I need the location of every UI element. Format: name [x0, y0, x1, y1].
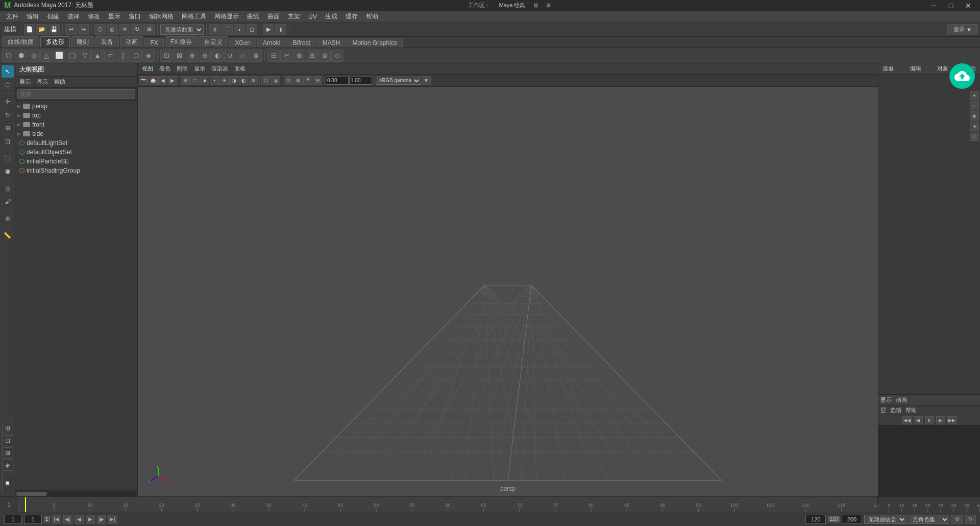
- ipr-button[interactable]: ⏸: [275, 24, 286, 35]
- bottom-ctrl-3[interactable]: ⏸: [925, 416, 934, 424]
- outliner-search-input[interactable]: [17, 89, 135, 99]
- paint-select-tool[interactable]: ⬡: [2, 79, 14, 91]
- snap-surface-button[interactable]: ◻: [246, 24, 257, 35]
- shelf-combine-button[interactable]: ⊕: [186, 50, 198, 62]
- tab-sculpt[interactable]: 雕刻: [71, 36, 94, 47]
- new-file-button[interactable]: 📄: [24, 24, 35, 35]
- bottom-ctrl-2[interactable]: ◀: [914, 416, 923, 424]
- select-tool-lt[interactable]: ↖: [2, 65, 14, 78]
- outliner-scroll-thumb[interactable]: [16, 492, 47, 496]
- vp-snap-grid[interactable]: ⊞: [181, 76, 190, 85]
- vp-colorspace-dropdown[interactable]: sRGB gamma: [376, 77, 421, 85]
- shelf-prism-button[interactable]: ▽: [79, 50, 91, 62]
- transform-tool-lt[interactable]: ⊡: [2, 135, 14, 148]
- bottom-ctrl-4[interactable]: ▶: [936, 416, 945, 424]
- outliner-menu-help[interactable]: 帮助: [52, 78, 67, 86]
- shelf-mirror-button[interactable]: ⊞: [306, 50, 318, 62]
- layout-icon-2[interactable]: ⊞: [546, 2, 551, 9]
- tab-curves-surfaces[interactable]: 曲线/曲面: [2, 36, 39, 47]
- soft-select-lt[interactable]: ⬛: [2, 152, 14, 164]
- snap-curve-button[interactable]: ⌒: [222, 24, 233, 35]
- menu-edit[interactable]: 编辑: [22, 11, 43, 22]
- pb-go-end[interactable]: ▶|: [108, 515, 117, 524]
- snap-grid-button[interactable]: #: [209, 24, 220, 35]
- pb-current-frame-1[interactable]: [24, 515, 42, 524]
- viewport-menu-panels[interactable]: 面板: [232, 64, 248, 73]
- menu-cache[interactable]: 缓存: [341, 11, 362, 22]
- outliner-item-top[interactable]: ▶ top: [15, 111, 137, 120]
- vp-hud[interactable]: ⊟: [313, 76, 322, 85]
- viewport-menu-lighting[interactable]: 照明: [175, 64, 190, 73]
- custom-icon-3-lt[interactable]: ⊠: [2, 447, 13, 459]
- pb-start-frame[interactable]: [4, 515, 22, 524]
- viewport-menu-show[interactable]: 显示: [192, 64, 207, 73]
- shelf-torus-button[interactable]: ◯: [66, 50, 78, 62]
- pb-go-start[interactable]: |◀: [52, 515, 61, 524]
- vp-nav-next[interactable]: ▶: [168, 76, 177, 85]
- pb-step-fwd[interactable]: |▶: [97, 515, 106, 524]
- cloud-upload-icon[interactable]: [949, 63, 975, 89]
- shelf-fill-hole-button[interactable]: ⊛: [293, 50, 305, 62]
- bottom-tab-animation[interactable]: 动画: [896, 396, 907, 404]
- outliner-menu-show[interactable]: 显示: [35, 78, 50, 86]
- shelf-sphere-button[interactable]: ⬡: [2, 50, 14, 62]
- shelf-multi-cut-button[interactable]: ✂: [280, 50, 292, 62]
- menu-display[interactable]: 显示: [104, 11, 125, 22]
- save-file-button[interactable]: 💾: [48, 24, 60, 35]
- vp-sel-all[interactable]: ◎: [271, 76, 280, 85]
- select-tool-button[interactable]: ⬡: [94, 24, 106, 35]
- rs-icon-5[interactable]: ⬡: [970, 132, 979, 141]
- tab-fx-cache[interactable]: FX 缓存: [165, 36, 198, 47]
- vp-exposure-input[interactable]: [326, 77, 349, 85]
- viewport-menu-view[interactable]: 视图: [140, 64, 155, 73]
- bottom-ctrl-5[interactable]: ▶▶: [947, 416, 957, 424]
- outliner-item-front[interactable]: ▶ front: [15, 120, 137, 129]
- pb-play-fwd[interactable]: ▶: [86, 515, 95, 524]
- tab-polygon[interactable]: 多边形: [40, 36, 70, 47]
- menu-create[interactable]: 创建: [43, 11, 63, 22]
- measure-lt[interactable]: 📏: [2, 229, 14, 242]
- rs-icon-1[interactable]: ●: [970, 91, 979, 100]
- shelf-platonic-button[interactable]: ◈: [142, 50, 155, 62]
- shelf-boolunion-button[interactable]: ∪: [224, 50, 236, 62]
- snap-live-lt[interactable]: ⊕: [2, 212, 14, 225]
- shelf-bridge-button[interactable]: ⊠: [173, 50, 185, 62]
- menu-modify[interactable]: 修改: [84, 11, 104, 22]
- menu-help[interactable]: 帮助: [362, 11, 382, 22]
- login-button[interactable]: 登录 ▼: [947, 24, 978, 35]
- timeline-canvas[interactable]: [18, 497, 877, 512]
- outliner-scrollbar[interactable]: [15, 490, 137, 496]
- outliner-menu-display[interactable]: 展示: [17, 78, 33, 86]
- shelf-pyramid-button[interactable]: ▲: [91, 50, 104, 62]
- vp-textured[interactable]: ▪: [210, 76, 219, 85]
- vp-wireframe[interactable]: □: [190, 76, 200, 85]
- shelf-smooth-button[interactable]: ◐: [211, 50, 224, 62]
- viewport-menu-renderer[interactable]: 渲染器: [209, 64, 230, 73]
- custom-icon-5-lt[interactable]: 🔲: [2, 472, 13, 494]
- shelf-cone-button[interactable]: △: [40, 50, 53, 62]
- menu-window[interactable]: 窗口: [125, 11, 145, 22]
- tab-bifrost[interactable]: Bifrost: [287, 38, 316, 47]
- tab-animation[interactable]: 动画: [120, 36, 143, 47]
- timeline-ruler[interactable]: [18, 497, 878, 512]
- shelf-extrude-button[interactable]: ⊡: [160, 50, 173, 62]
- minimize-button[interactable]: ─: [926, 0, 941, 11]
- shelf-insert-edge-button[interactable]: ⊟: [267, 50, 280, 62]
- vp-gamma-input[interactable]: [349, 77, 372, 85]
- outliner-item-side[interactable]: ▶ side: [15, 129, 137, 138]
- maximize-button[interactable]: □: [943, 0, 959, 11]
- viewport-canvas[interactable]: .grid-line { stroke: #666; stroke-width:…: [138, 87, 878, 496]
- menu-select[interactable]: 选择: [63, 11, 84, 22]
- custom-icon-4-lt[interactable]: ◈: [2, 460, 13, 471]
- pb-range-end[interactable]: [842, 515, 862, 524]
- vp-camera-btn[interactable]: 📷: [139, 76, 148, 85]
- lasso-lt[interactable]: ◎: [2, 182, 14, 195]
- vp-frame-all[interactable]: ⊡: [284, 76, 293, 85]
- paint-lt[interactable]: 🖌: [2, 196, 14, 208]
- bottom-menu-options[interactable]: 选项: [890, 407, 901, 414]
- menu-edit-mesh[interactable]: 编辑网格: [145, 11, 178, 22]
- vp-lighting[interactable]: ☀: [219, 76, 229, 85]
- menu-curves[interactable]: 曲线: [243, 11, 263, 22]
- tab-motion-graphics[interactable]: Motion Graphics: [347, 38, 402, 47]
- vp-isolate[interactable]: ⬡: [261, 76, 271, 85]
